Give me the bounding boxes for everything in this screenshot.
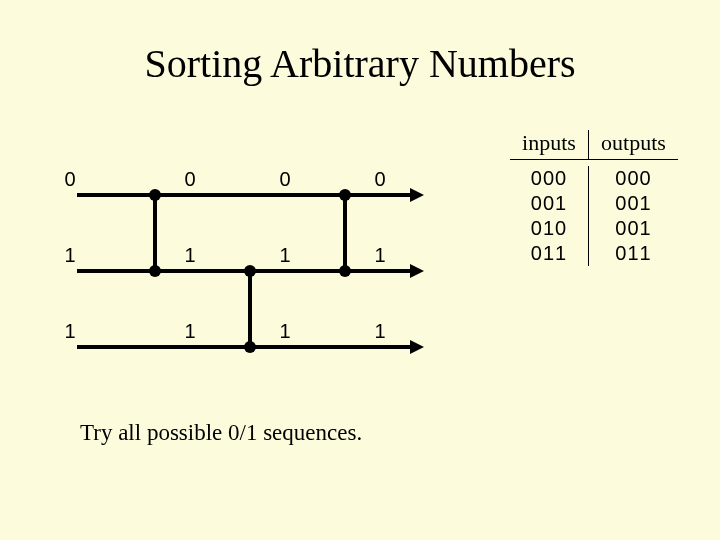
wire-2-arrow [410,340,424,354]
io-table-input-row: 011 [522,241,576,266]
comparator-2 [343,193,347,271]
wire-2-label-1: 1 [184,320,195,343]
comparator-2-dot-a [339,189,351,201]
io-table-header-inputs: inputs [510,130,588,159]
wire-0-label-2: 0 [279,168,290,191]
io-table-output-row: 011 [601,241,666,266]
wire-1-label-1: 1 [184,244,195,267]
wire-0-arrow [410,188,424,202]
io-table-input-row: 000 [522,166,576,191]
io-table-output-row: 001 [601,191,666,216]
wire-1-label-2: 1 [279,244,290,267]
wire-2-label-3: 1 [374,320,385,343]
page-title: Sorting Arbitrary Numbers [0,40,720,87]
comparator-1-dot-a [244,265,256,277]
io-table-output-row: 001 [601,216,666,241]
comparator-0-dot-b [149,265,161,277]
wire-0-label-0: 0 [64,168,75,191]
comparator-0 [153,193,157,271]
wire-0 [77,193,412,197]
wire-1-arrow [410,264,424,278]
comparator-2-dot-b [339,265,351,277]
io-table-input-row: 010 [522,216,576,241]
wire-0-label-3: 0 [374,168,385,191]
wire-1-label-3: 1 [374,244,385,267]
io-table-output-row: 000 [601,166,666,191]
io-table-input-row: 001 [522,191,576,216]
comparator-0-dot-a [149,189,161,201]
wire-0-label-1: 0 [184,168,195,191]
wire-2-label-0: 1 [64,320,75,343]
wire-1-label-0: 1 [64,244,75,267]
io-table-outputs-column: 000 001 001 011 [588,166,678,266]
caption: Try all possible 0/1 sequences. [80,420,362,446]
sorting-network-diagram: 0 0 0 0 1 1 1 1 1 1 1 1 [60,165,430,385]
wire-2-label-2: 1 [279,320,290,343]
comparator-1 [248,269,252,347]
io-table-header-outputs: outputs [588,130,678,159]
comparator-1-dot-b [244,341,256,353]
io-table-inputs-column: 000 001 010 011 [510,166,588,266]
io-table: inputs outputs 000 001 010 011 000 001 0… [510,130,678,266]
